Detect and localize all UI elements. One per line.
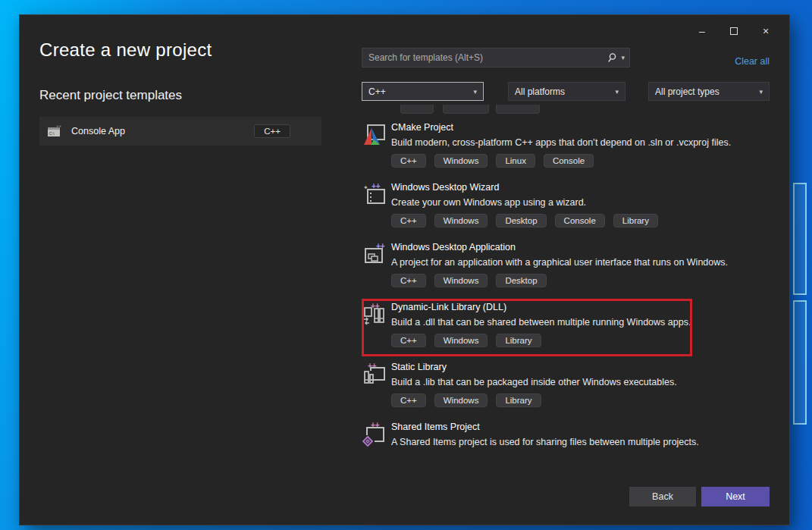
page-title: Create a new project [39,39,212,61]
shared-items-project-icon: ++ [362,422,387,447]
template-tag: Linux [496,154,535,168]
static-library-icon: ++ [362,362,387,387]
recent-item-label: Console App [71,126,125,136]
template-name: Dynamic-Link Library (DLL) [391,301,789,313]
svg-text:++: ++ [368,362,377,370]
maximize-icon [730,27,738,35]
chevron-down-icon: ▾ [621,54,625,61]
template-description: Create your own Windows app using a wiza… [391,196,789,209]
template-tag: C++ [391,394,426,407]
template-tag: Desktop [496,274,546,287]
console-app-icon: ++ C:\ [47,124,62,139]
template-description: A Shared Items project is used for shari… [391,435,789,449]
template-tags: C++WindowsLibrary [391,334,789,347]
template-tag: C++ [391,154,426,168]
template-tags: C++WindowsDesktop [391,274,789,287]
search-icon [608,52,619,63]
clipped-tag [443,105,489,114]
template-list: CMake Project Build modern, cross-platfo… [362,102,789,485]
recent-templates-heading: Recent project templates [39,88,182,103]
close-button[interactable]: × [750,20,782,42]
template-name: Static Library [391,361,789,373]
template-tags: C++WindowsLinuxConsole [391,154,789,168]
clipped-tag [400,105,434,114]
template-name: Windows Desktop Application [391,241,789,253]
template-list-item[interactable]: CMake Project Build modern, cross-platfo… [362,121,789,175]
template-description: Build a .dll that can be shared between … [391,315,789,329]
template-tag: Console [555,214,605,227]
template-tag: Library [613,214,658,227]
clear-all-link[interactable]: Clear all [735,56,770,67]
template-tag: C++ [391,214,426,227]
cmake-icon [362,122,387,148]
template-tag: C++ [391,274,426,287]
template-name: CMake Project [391,121,789,133]
template-tag: Library [496,394,541,407]
template-tag: Windows [434,154,488,168]
search-button[interactable]: ▾ [608,52,625,63]
wallpaper-rectangle [793,300,807,425]
language-badge: C++ [254,124,290,138]
template-list-item[interactable]: ++ Static Library Build a .lib that can … [362,361,789,415]
windows-desktop-wizard-icon: ++ ✦ [362,182,387,208]
template-name: Windows Desktop Wizard [391,181,789,193]
svg-text:C:\: C:\ [49,131,55,136]
template-search-box: ▾ [362,48,630,67]
platform-filter-dropdown[interactable]: All platforms ▾ [508,82,625,101]
template-tags: C++WindowsDesktopConsoleLibrary [391,214,789,227]
template-tags: C++WindowsLibrary [391,394,789,407]
language-filter-value: C++ [368,86,386,97]
template-list-item[interactable]: ++ Dynamic-Link Library (DLL) Build a .d… [362,301,789,355]
desktop-background: { "window": { "controls": { "minimize": … [0,0,812,530]
template-description: A project for an application with a grap… [391,256,789,269]
template-name: Shared Items Project [391,421,789,433]
template-tag: C++ [391,334,426,347]
minimize-button[interactable]: – [686,20,718,42]
clipped-tag [496,105,540,114]
template-description: Build a .lib that can be packaged inside… [391,375,789,389]
template-tag: Windows [434,334,488,347]
template-tag: Windows [434,394,488,407]
recent-item-console-app[interactable]: ++ C:\ Console App C++ [39,117,321,146]
wallpaper-rectangle [793,183,807,295]
template-tag: Windows [434,214,488,227]
chevron-down-icon: ▾ [759,88,763,96]
template-tag: Console [544,154,594,168]
windows-desktop-application-icon: ++ [362,242,387,268]
project-type-filter-dropdown[interactable]: All project types ▾ [648,82,770,101]
back-button[interactable]: Back [629,487,696,506]
window-controls: – × [686,20,782,42]
chevron-down-icon: ▾ [615,88,619,96]
chevron-down-icon: ▾ [473,88,477,96]
project-type-filter-value: All project types [655,86,720,97]
template-tag: Library [496,334,541,347]
maximize-button[interactable] [718,20,750,42]
template-tag: Desktop [496,214,546,227]
next-button[interactable]: Next [701,487,770,506]
template-list-item[interactable]: ++ ✦ Windows Desktop Wizard Create your … [362,181,789,235]
language-filter-dropdown[interactable]: C++ ▾ [362,82,484,101]
template-tag: Windows [434,274,488,287]
template-list-item[interactable]: ++ Windows Desktop Application A project… [362,241,789,295]
template-description: Build modern, cross-platform C++ apps th… [391,136,789,149]
platform-filter-value: All platforms [515,86,565,97]
search-input[interactable] [368,52,608,63]
dynamic-link-library-icon: ++ [362,302,387,328]
create-new-project-dialog: – × Create a new project Recent project … [20,15,789,525]
template-list-item[interactable]: ++ Shared Items Project A Shared Items p… [362,421,789,475]
